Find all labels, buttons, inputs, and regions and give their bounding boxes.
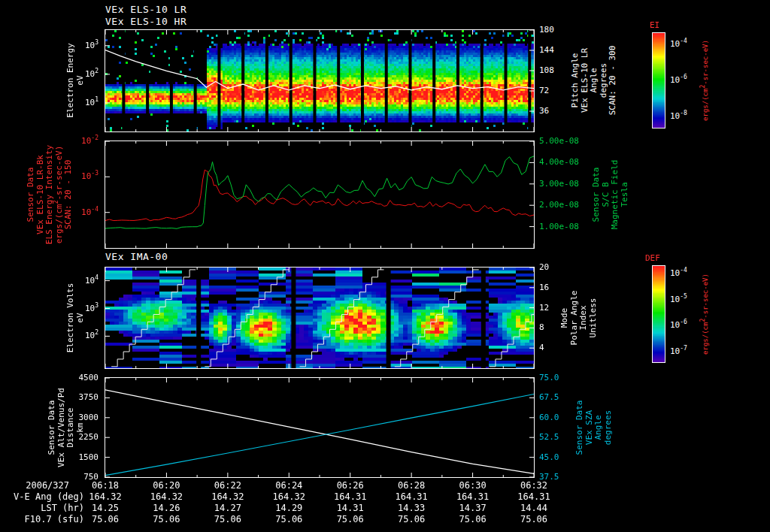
- label-line: degrees: [604, 401, 614, 455]
- footer-value: 75.06: [387, 514, 435, 524]
- label-line: Tesla: [620, 160, 630, 230]
- axis-tick-label: 4.00e-08: [537, 157, 591, 168]
- ima-colorbar-title: DEF: [645, 253, 660, 263]
- ima-spectrogram: [105, 268, 534, 368]
- time-axis-label: 06:20: [142, 480, 190, 491]
- axis-tick-label: 10-5: [668, 295, 701, 305]
- label-line: Pitch Angle: [571, 46, 581, 116]
- footer-value: 75.06: [81, 514, 129, 524]
- label-line: SCAN: 20 - 150: [64, 145, 74, 244]
- label-line: Unitless: [589, 291, 599, 346]
- label-line: eV: [75, 43, 85, 117]
- label-line: Electron Energy: [66, 43, 76, 117]
- axis-tick-label: 75.0: [537, 373, 571, 383]
- footer-value: 14.33: [387, 503, 435, 513]
- els-colorbar-title: EI: [650, 20, 659, 30]
- label-line: ergs/(cm2-sr-sec-eV): [702, 274, 709, 355]
- footer-row-label: F10.7 (sfu): [0, 514, 84, 524]
- p4-right-axis: 75.067.560.052.545.037.5: [537, 378, 571, 477]
- axis-tick-label: 10-4: [668, 39, 701, 50]
- label-line: km: [76, 388, 86, 467]
- time-axis-label: 06:18: [81, 480, 129, 491]
- label-line: Sensor Data: [592, 160, 602, 230]
- axis-tick-label: 10-8: [668, 111, 701, 122]
- label-line: Sensor Data: [575, 401, 585, 455]
- label-line: eV: [75, 283, 85, 353]
- label-line: Electron Volts: [66, 283, 76, 353]
- footer-row-label: LST (hr): [0, 503, 84, 513]
- axis-tick-label: 60.0: [537, 413, 571, 423]
- label-line: Mode: [560, 291, 570, 346]
- label-line: Sensor Data: [47, 388, 57, 467]
- footer-value: 75.06: [326, 514, 374, 524]
- footer-value: 164.31: [387, 491, 435, 502]
- footer-value: 164.32: [265, 491, 313, 502]
- footer-value: 75.06: [449, 514, 497, 524]
- date-label: 2006/327: [0, 480, 69, 491]
- axis-tick-label: 52.5: [537, 432, 571, 443]
- footer-value: 14.31: [326, 503, 374, 513]
- axis-tick-label: 1.00e-08: [537, 222, 591, 232]
- axis-tick-label: 5.00e-08: [537, 136, 591, 147]
- intensity-magfield-plot: [105, 141, 534, 248]
- footer-value: 14.25: [81, 503, 129, 513]
- footer-value: 75.06: [142, 514, 190, 524]
- footer-value: 164.32: [81, 491, 129, 502]
- axis-tick-label: 10-6: [668, 320, 701, 331]
- axis-tick-label: 2.00e-08: [537, 200, 591, 210]
- axis-tick-label: 67.5: [537, 392, 571, 403]
- time-axis-label: 06:28: [387, 480, 435, 491]
- label-line: Angle: [594, 401, 604, 455]
- footer-value: 75.06: [265, 514, 313, 524]
- ima-colorbar: [653, 266, 665, 362]
- label-line: Angle: [590, 46, 599, 116]
- vex-quicklook-plot: VEx ELS-10 LR VEx ELS-10 HR VEx IMA-00 E…: [0, 0, 770, 532]
- time-axis-label: 06:32: [510, 480, 558, 491]
- p2-right-axis: 5.00e-084.00e-083.00e-082.00e-081.00e-08: [537, 141, 591, 248]
- footer-value: 75.06: [204, 514, 252, 524]
- footer-value: 164.31: [449, 491, 497, 502]
- time-axis-label: 06:26: [326, 480, 374, 491]
- time-axis-label: 06:24: [265, 480, 313, 491]
- label-line: Sensor Data: [26, 145, 36, 244]
- axis-tick-label: 180: [537, 25, 582, 35]
- time-axis-label: 06:30: [449, 480, 497, 491]
- label-line: SCAN: 20 - 300: [608, 46, 618, 116]
- label-line: ELS Energy Intensity: [45, 145, 55, 244]
- footer-value: 14.29: [265, 503, 313, 513]
- axis-tick-label: 10-6: [668, 75, 701, 86]
- els-colorbar-ticks: 10-410-610-8: [668, 33, 701, 128]
- panel3-title: VEx IMA-00: [105, 251, 168, 262]
- axis-tick-label: 10-4: [668, 268, 701, 279]
- panel1-title-line2: VEx ELS-10 HR: [105, 16, 186, 27]
- axis-tick-label: 3.00e-08: [537, 179, 591, 189]
- panel1-title-line1: VEx ELS-10 LR: [105, 4, 186, 15]
- label-line: Index: [579, 291, 589, 346]
- footer-value: 164.31: [326, 491, 374, 502]
- label-line: ergs/(cm2-sr-sec-eV): [702, 40, 709, 121]
- footer-value: 14.27: [204, 503, 252, 513]
- footer-value: 14.37: [449, 503, 497, 513]
- footer-value: 164.32: [142, 491, 190, 502]
- axis-tick-label: 4500: [63, 373, 102, 383]
- label-line: Distance: [66, 388, 76, 467]
- label-line: Magnetic Field: [611, 160, 620, 230]
- axis-tick-label: 10-7: [668, 346, 701, 357]
- time-axis-label: 06:22: [204, 480, 252, 491]
- footer-value: 14.44: [510, 503, 558, 513]
- ima-colorbar-ticks: 10-410-510-610-7: [668, 266, 701, 362]
- footer-value: 164.31: [510, 491, 558, 502]
- els-energy-spectrogram: [105, 30, 534, 131]
- axis-tick-label: 20: [537, 262, 567, 273]
- footer-value: 164.32: [204, 491, 252, 502]
- footer-value: 14.26: [142, 503, 190, 513]
- axis-tick-label: 45.0: [537, 452, 571, 463]
- els-colorbar: [653, 33, 665, 128]
- footer-row-label: V-E Ang (deg): [0, 491, 84, 502]
- footer-value: 75.06: [510, 514, 558, 524]
- altitude-sza-plot: [105, 378, 534, 477]
